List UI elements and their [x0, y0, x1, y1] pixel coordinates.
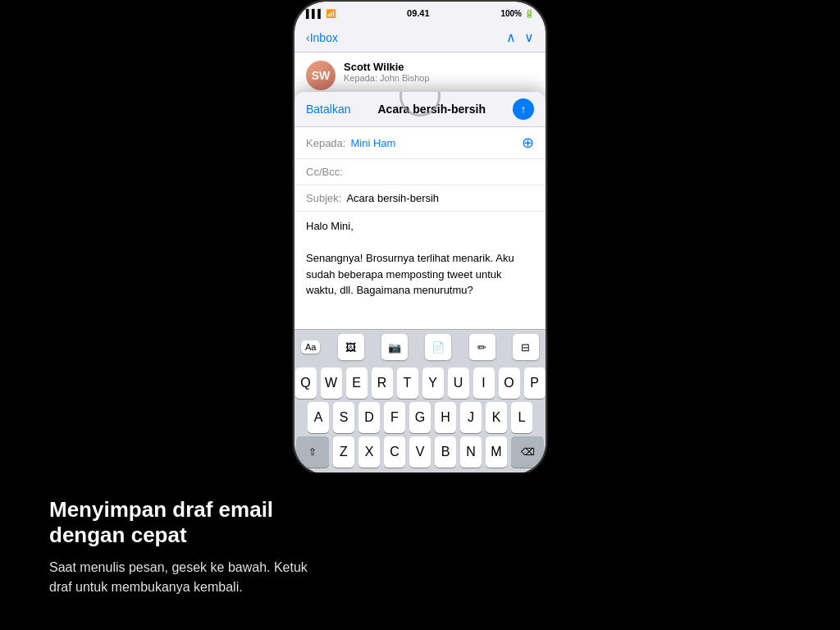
key-h[interactable]: H: [435, 402, 456, 433]
more-button[interactable]: ⊟: [513, 334, 539, 360]
body-spacer: [306, 235, 534, 251]
key-f[interactable]: F: [384, 402, 405, 433]
send-icon: ↑: [520, 103, 526, 116]
to-value: Mini Ham: [350, 137, 517, 149]
compose-body[interactable]: Halo Mini, Senangnya! Brosurnya terlihat…: [294, 212, 546, 329]
sender-name: Scott Wilkie: [344, 61, 534, 73]
sender-avatar: SW: [306, 61, 336, 90]
to-field[interactable]: Kepada: Mini Ham ⊕: [294, 127, 546, 159]
status-bar: ▌▌▌ 📶 09.41 100% 🔋: [294, 2, 546, 25]
key-d[interactable]: D: [358, 402, 380, 433]
body-line5: waktu, dll. Bagaimana menurutmu?: [306, 282, 534, 299]
more-icon: ⊟: [521, 341, 530, 354]
caption-area: Menyimpan draf emaildengan cepat Saat me…: [0, 472, 840, 630]
subject-field[interactable]: Subjek: Acara bersih-bersih: [294, 185, 546, 212]
attach-icon: 📄: [431, 341, 445, 354]
attach-button[interactable]: 📄: [425, 334, 451, 360]
to-label: Kepada:: [306, 137, 345, 149]
key-m[interactable]: M: [486, 436, 507, 468]
key-g[interactable]: G: [409, 402, 431, 433]
key-e[interactable]: E: [346, 368, 368, 399]
key-z[interactable]: Z: [333, 436, 354, 468]
key-p[interactable]: P: [524, 368, 546, 399]
caption-title: Menyimpan draf emaildengan cepat: [49, 497, 791, 548]
caption-subtitle: Saat menulis pesan, gesek ke bawah. Ketu…: [49, 558, 791, 597]
nav-up-arrow[interactable]: ∧: [506, 30, 516, 45]
status-battery: 100% 🔋: [500, 9, 534, 18]
phone-screen: ▌▌▌ 📶 09.41 100% 🔋 ‹ Inbox ∧ ∨: [294, 2, 546, 474]
key-b[interactable]: B: [435, 436, 456, 468]
key-u[interactable]: U: [448, 368, 469, 399]
key-row-2: A S D F G H J K L: [296, 402, 544, 433]
shift-key[interactable]: ⇧: [296, 436, 329, 468]
keyboard-toolbar: Aa 🖼 📷 📄 ✏ ⊟: [294, 329, 546, 364]
photo-icon: 🖼: [345, 341, 356, 354]
add-recipient-button[interactable]: ⊕: [522, 134, 534, 152]
avatar-initials: SW: [312, 69, 331, 82]
sender-to: Kepada: John Bishop: [344, 73, 534, 83]
status-time: 09.41: [407, 8, 430, 18]
wifi-icon: 📶: [326, 9, 336, 18]
body-line3: Senangnya! Brosurnya terlihat menarik. A…: [306, 250, 534, 267]
phone-shell: ▌▌▌ 📶 09.41 100% 🔋 ‹ Inbox ∧ ∨: [293, 0, 547, 476]
inbox-header: ‹ Inbox ∧ ∨: [294, 25, 546, 52]
photo-button[interactable]: 🖼: [338, 334, 364, 360]
signal-icon: ▌▌▌: [306, 9, 323, 18]
compose-sheet: Batalkan Acara bersih-bersih ↑ Kepada: M…: [294, 92, 546, 474]
inbox-nav: ∧ ∨: [506, 30, 534, 45]
key-j[interactable]: J: [460, 402, 482, 433]
key-y[interactable]: Y: [422, 368, 444, 399]
markup-button[interactable]: ✏: [469, 334, 495, 360]
key-s[interactable]: S: [333, 402, 354, 433]
cc-label: Cc/Bcc:: [306, 166, 343, 178]
key-w[interactable]: W: [321, 368, 342, 399]
key-r[interactable]: R: [372, 368, 393, 399]
cancel-button[interactable]: Batalkan: [306, 103, 350, 116]
status-signal: ▌▌▌ 📶: [306, 9, 336, 18]
camera-button[interactable]: 📷: [381, 334, 408, 360]
cc-bcc-field[interactable]: Cc/Bcc:: [294, 159, 546, 185]
markup-icon: ✏: [477, 341, 486, 354]
battery-icon: 🔋: [524, 9, 534, 18]
key-a[interactable]: A: [308, 402, 329, 433]
format-text-button[interactable]: Aa: [301, 340, 320, 354]
key-i[interactable]: I: [473, 368, 495, 399]
key-k[interactable]: K: [486, 402, 507, 433]
subject-label: Subjek:: [306, 192, 341, 204]
subject-value: Acara bersih-bersih: [346, 192, 534, 204]
body-line1: Halo Mini,: [306, 218, 534, 235]
key-o[interactable]: O: [499, 368, 520, 399]
key-x[interactable]: X: [358, 436, 380, 468]
battery-label: 100%: [500, 9, 522, 18]
body-line4: sudah beberapa memposting tweet untuk: [306, 267, 534, 283]
delete-key[interactable]: ⌫: [511, 436, 544, 468]
key-row-1: Q W E R T Y U I O P: [296, 368, 544, 399]
key-c[interactable]: C: [384, 436, 405, 468]
key-v[interactable]: V: [409, 436, 431, 468]
keyboard: Q W E R T Y U I O P A S: [294, 364, 546, 474]
key-n[interactable]: N: [460, 436, 482, 468]
back-label: Inbox: [310, 31, 338, 44]
main-scene: ▌▌▌ 📶 09.41 100% 🔋 ‹ Inbox ∧ ∨: [0, 0, 840, 630]
key-q[interactable]: Q: [295, 368, 317, 399]
send-button[interactable]: ↑: [513, 98, 534, 120]
email-preview: Scott Wilkie Kepada: John Bishop: [344, 61, 534, 83]
key-t[interactable]: T: [397, 368, 418, 399]
key-l[interactable]: L: [511, 402, 532, 433]
key-row-3: ⇧ Z X C V B N M ⌫: [296, 436, 544, 468]
nav-down-arrow[interactable]: ∨: [524, 30, 534, 45]
back-button[interactable]: ‹ Inbox: [306, 31, 338, 44]
camera-icon: 📷: [388, 341, 401, 354]
